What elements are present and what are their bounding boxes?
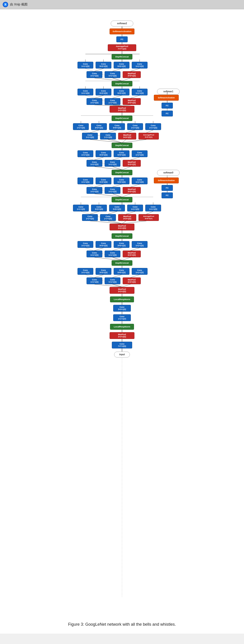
node-depthconcat-5: DepthConcat	[112, 170, 132, 175]
node-conv-3x3-5b-a: Conv3×3+1(S)	[96, 62, 111, 68]
svg-line-50	[94, 157, 103, 160]
diagram-area: softmax2 SoftmaxActivation FC AveragePoo…	[48, 14, 196, 613]
node-conv-1x1-4c-a: Conv1×1+1(S)	[77, 178, 93, 184]
node-maxpool-5b-a: MaxPool3×3+1(S)	[123, 71, 141, 78]
node-maxpool-stem: MaxPool3×3+2(S)	[110, 332, 134, 339]
node-conv-1x1-3b-b: Conv1×1+1(S)	[132, 241, 148, 248]
svg-line-56	[122, 167, 131, 170]
node-conv-5x5-3a-a: Conv5×5+1(S)	[114, 268, 129, 275]
svg-line-41	[108, 130, 117, 133]
svg-line-26	[94, 96, 103, 98]
svg-line-96	[122, 284, 131, 287]
node-conv-1x1-stem-a: Conv1×1+1(V)	[113, 314, 131, 321]
connector-lines	[48, 14, 196, 613]
node-conv-1x1-4d-a: Conv1×1+1(S)	[77, 150, 93, 157]
node-conv-1x1-4e-d: Conv1×1+1(S)	[82, 133, 98, 140]
svg-line-53	[94, 167, 122, 170]
node-conv-5x5-4b-a: Conv5×5+1(S)	[109, 205, 125, 212]
node-conv-1x1-5b-d: Conv1×1+1(S)	[105, 71, 120, 78]
svg-line-82	[94, 248, 103, 250]
svg-line-47	[122, 140, 126, 143]
node-fc-mid3: FC	[162, 185, 173, 191]
node-conv-1x1-3b-d: Conv1×1+1(S)	[105, 250, 120, 257]
app-icon-letter: X	[4, 3, 6, 6]
svg-line-64	[122, 194, 131, 197]
node-conv-5x5-4c-a: Conv5×5+1(S)	[114, 178, 129, 184]
svg-line-92	[131, 275, 140, 278]
node-avgpool-4e: AveragePool5×5+3(V)	[139, 133, 159, 140]
node-conv-1x1-4b-e: Conv1×1+1(S)	[100, 214, 116, 221]
node-depthconcat-3: DepthConcat	[112, 116, 132, 121]
node-maxpool-5a-b: MaxPool3×3+2(S)	[110, 106, 134, 112]
figure-caption: Figure 3: GoogLeNet network with all the…	[66, 620, 178, 629]
node-conv-1x1-3b-c: Conv1×1+1(S)	[86, 250, 102, 257]
app-icon: X	[3, 2, 8, 7]
node-maxpool-4e-a: MaxPool3×3+1(S)	[118, 133, 136, 140]
node-conv-1x1-3a-d: Conv1×1+1(S)	[105, 278, 120, 284]
node-conv-1x1-4b-c: Conv1×1+1(S)	[145, 205, 161, 212]
svg-line-48	[122, 140, 146, 143]
svg-line-88	[122, 257, 131, 260]
node-conv-1x1-3a-b: Conv1×1+1(S)	[132, 268, 148, 275]
node-maxpool-5a-a: MaxPool3×3+1(S)	[123, 98, 141, 105]
node-localrespnorm-2: LocalRespNorm	[110, 324, 134, 330]
svg-line-17	[94, 78, 122, 81]
node-conv-5x5-4e-a: Conv5×5+1(S)	[109, 123, 125, 130]
node-conv-1x1-4e-c: Conv1×1+1(S)	[145, 123, 161, 130]
node-maxpool-main-2: MaxPool3×3+2(S)	[110, 224, 134, 230]
node-conv-5x5-5b-a: Conv5×5+1(S)	[114, 62, 129, 68]
svg-line-83	[113, 248, 122, 250]
node-conv-1x1-4d-c: Conv1×1+1(S)	[86, 160, 102, 167]
svg-line-18	[113, 78, 122, 81]
svg-line-43	[146, 130, 153, 133]
svg-line-72	[108, 212, 117, 214]
node-conv-1x1-5a-d: Conv1×1+1(S)	[105, 98, 120, 105]
node-conv-3x3-4b-a: Conv3×3+1(S)	[91, 205, 107, 212]
node-conv-1x1-5a-b: Conv1×1+1(S)	[132, 89, 148, 96]
node-depthconcat-1: DepthConcat	[112, 54, 132, 60]
node-conv-1x1-5b-a: Conv1×1+1(S)	[77, 62, 93, 68]
node-maxpool-3a-a: MaxPool3×3+1(S)	[123, 278, 141, 284]
node-fc-mid1: FC	[162, 103, 173, 108]
node-conv-5x5-4d-a: Conv5×5+1(S)	[114, 150, 129, 157]
node-avgpool-4b: AveragePool5×5+3(V)	[139, 214, 159, 221]
node-maxpool-3b-a: MaxPool3×3+1(S)	[123, 250, 141, 257]
node-conv-3x3-4d-a: Conv3×3+1(S)	[96, 150, 111, 157]
node-conv-1x1-4b-a: Conv1×1+1(S)	[73, 205, 89, 212]
node-conv-1x1-4d-b: Conv1×1+1(S)	[132, 150, 148, 157]
node-input: input	[114, 352, 130, 358]
node-maxpool-main-3: MaxPool3×3+2(S)	[110, 287, 134, 294]
node-depthconcat-6: DepthConcat	[112, 197, 132, 202]
node-conv-1x1-3a-c: Conv1×1+1(S)	[86, 278, 102, 284]
node-conv-1x1-4d-d: Conv1×1+1(S)	[105, 160, 120, 167]
svg-line-94	[113, 284, 122, 287]
node-conv-1x1-4b-b: Conv1×1+1(S)	[127, 205, 143, 212]
svg-line-78	[122, 221, 126, 224]
node-softmax2: softmax2	[111, 20, 133, 26]
svg-line-61	[94, 194, 122, 197]
node-maxpool-4b-a: MaxPool3×3+1(S)	[118, 214, 136, 221]
svg-line-91	[113, 275, 122, 278]
node-conv-5x5-3b-a: Conv3×5+1(S)	[114, 241, 129, 248]
node-conv-3x3-4e-a: Conv3×3+1(S)	[91, 123, 107, 130]
node-conv-1x1-3a-a: Conv1×1+1(S)	[77, 268, 93, 275]
svg-line-45	[108, 140, 122, 143]
svg-line-76	[108, 221, 122, 224]
node-conv-1x1-4c-b: Conv1×1+1(S)	[132, 178, 148, 184]
node-conv-1x1-5b-c: Conv1×1+1(S)	[86, 71, 102, 78]
node-avgpool-top: AveragePool7×7+1(V)	[108, 44, 136, 51]
node-conv-1x1-4c-d: Conv1×1+1(S)	[105, 187, 120, 194]
svg-line-42	[126, 130, 135, 133]
node-conv-1x1-5a-a: Conv1×1+1(S)	[77, 89, 93, 96]
svg-line-54	[113, 167, 122, 170]
svg-line-90	[94, 275, 103, 278]
svg-line-40	[90, 130, 99, 133]
svg-line-28	[131, 96, 140, 98]
svg-line-86	[113, 257, 122, 260]
node-depthconcat-8: DepthConcat	[112, 260, 132, 266]
node-fc-mid2: FC	[162, 110, 173, 116]
node-conv-3x3-4c-a: Conv3×3+1(S)	[96, 178, 111, 184]
svg-line-93	[94, 284, 122, 287]
node-depthconcat-7: DepthConcat	[112, 233, 132, 239]
node-conv-3x3-3a-a: Conv3×3+1(S)	[96, 268, 111, 275]
